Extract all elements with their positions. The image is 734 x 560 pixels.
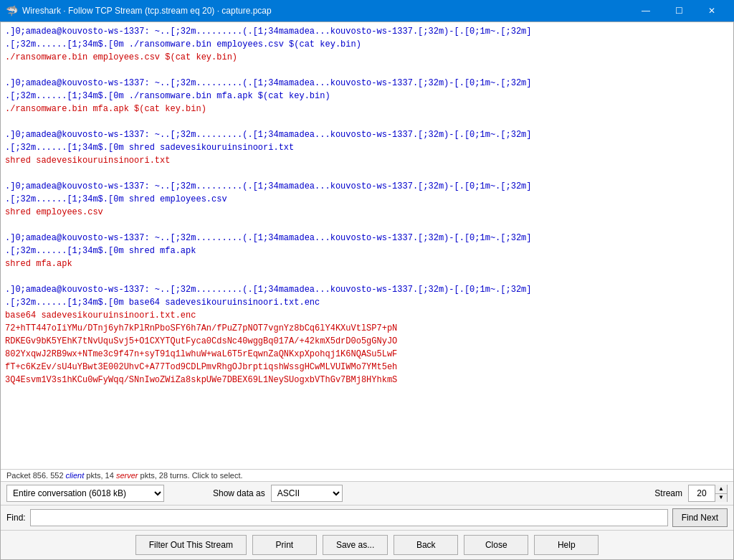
find-next-button[interactable]: Find Next [672, 508, 728, 527]
conversation-select[interactable]: Entire conversation (6018 kB) [6, 485, 164, 502]
save-as-button[interactable]: Save as... [323, 535, 388, 555]
stream-line: .[;32m......[1;34m$.[0m shred mfa.apk [5, 245, 729, 257]
stream-arrows: ▲ ▼ [715, 485, 727, 502]
stream-line: .[;32m......[1;34m$.[0m base64 sadevesik… [5, 296, 729, 309]
stream-line: .]0;amadea@kouvosto-ws-1337: ~..[;32m...… [5, 128, 729, 141]
stream-line [5, 64, 729, 77]
statusbar: Packet 856. 552 client pkts, 14 server p… [1, 470, 733, 482]
find-row: Find: Find Next [1, 506, 733, 531]
status-text: Packet 856. 552 client pkts, 14 server p… [6, 471, 243, 480]
stream-line [5, 115, 729, 128]
stream-up-arrow[interactable]: ▲ [715, 485, 727, 494]
titlebar: 🦈 Wireshark · Follow TCP Stream (tcp.str… [0, 0, 734, 22]
minimize-button[interactable]: — [629, 0, 662, 22]
stream-line: ./ransomware.bin employees.csv $(cat key… [5, 51, 729, 64]
stream-line: .[;32m......[1;34m$.[0m shred sadevesiko… [5, 141, 729, 154]
stream-line: .]0;amadea@kouvosto-ws-1337: ~..[;32m...… [5, 232, 729, 245]
stream-line: .]0;amadea@kouvosto-ws-1337: ~..[;32m...… [5, 283, 729, 296]
controls-row: Entire conversation (6018 kB) Show data … [1, 482, 733, 506]
stream-line [5, 219, 729, 232]
stream-line: RDKEGv9bK5YEhK7tNvUquSvj5+O1CXYTQutFyca0… [5, 335, 729, 348]
stream-line: .]0;amadea@kouvosto-ws-1337: ~..[;32m...… [5, 77, 729, 90]
stream-content-area[interactable]: .]0;amadea@kouvosto-ws-1337: ~..[;32m...… [1, 22, 733, 470]
window-title: Wireshark · Follow TCP Stream (tcp.strea… [22, 6, 629, 16]
stream-line: 72+hTT447oIiYMu/DTnj6yh7kPlRnPboSFY6h7An… [5, 322, 729, 335]
stream-value-input[interactable]: 20 [689, 485, 715, 501]
stream-line [5, 167, 729, 180]
stream-line: .[;32m......[1;34m$.[0m ./ransomware.bin… [5, 38, 729, 51]
stream-line: .]0;amadea@kouvosto-ws-1337: ~..[;32m...… [5, 180, 729, 193]
back-button[interactable]: Back [394, 535, 458, 555]
stream-line: fT+c6KzEv/sU4uYBwt3E002UhvC+A77Tod9CDLPm… [5, 361, 729, 374]
maximize-button[interactable]: ☐ [662, 0, 695, 22]
close-button[interactable]: Close [464, 535, 528, 555]
stream-line: shred sadevesikouruinsinoori.txt [5, 154, 729, 167]
print-button[interactable]: Print [252, 535, 317, 555]
window-controls: — ☐ ✕ [629, 0, 728, 22]
stream-spinner: 20 ▲ ▼ [688, 485, 728, 502]
find-label: Find: [6, 513, 26, 523]
show-data-as-label: Show data as [213, 488, 265, 498]
stream-line [5, 270, 729, 283]
stream-line: 802YxqwJ2RB9wx+NTme3c9f47n+syT91q1lwhuW+… [5, 348, 729, 361]
stream-line: .[;32m......[1;34m$.[0m shred employees.… [5, 193, 729, 206]
stream-label: Stream [654, 488, 682, 498]
stream-line: 3Q4Esvm1V3s1hKCu0wFyWqq/SNnIwoZWiZa8skpU… [5, 374, 729, 386]
stream-down-arrow[interactable]: ▼ [715, 494, 727, 503]
buttons-row: Filter Out This Stream Print Save as... … [1, 531, 733, 559]
stream-line: .[;32m......[1;34m$.[0m ./ransomware.bin… [5, 90, 729, 103]
stream-line: base64 sadevesikouruinsinoori.txt.enc [5, 309, 729, 322]
wireshark-logo: 🦈 [6, 5, 18, 16]
main-window: .]0;amadea@kouvosto-ws-1337: ~..[;32m...… [0, 22, 734, 560]
show-data-as-select[interactable]: ASCIIUTF-8Hex DumpC ArraysRaw [271, 485, 343, 502]
find-input[interactable] [30, 509, 668, 526]
stream-line: shred mfa.apk [5, 257, 729, 270]
close-button[interactable]: ✕ [695, 0, 728, 22]
stream-line: ./ransomware.bin mfa.apk $(cat key.bin) [5, 103, 729, 115]
filter-out-stream-button[interactable]: Filter Out This Stream [135, 535, 247, 555]
stream-line: .]0;amadea@kouvosto-ws-1337: ~..[;32m...… [5, 25, 729, 38]
help-button[interactable]: Help [534, 535, 599, 555]
stream-line: shred employees.csv [5, 206, 729, 219]
